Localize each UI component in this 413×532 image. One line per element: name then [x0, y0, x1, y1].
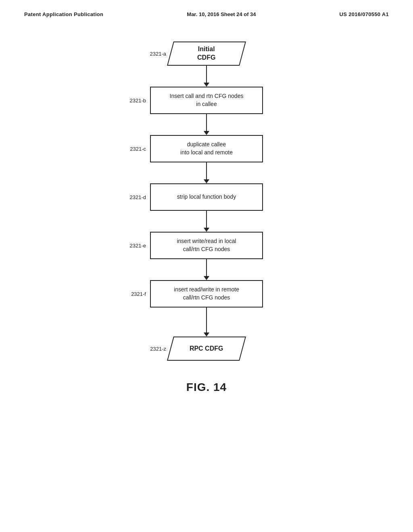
- figure-caption: FIG. 14: [0, 381, 413, 394]
- arrow-2-head: [204, 131, 209, 135]
- node-e-label: 2321-e: [98, 243, 146, 249]
- arrow-1-head: [204, 83, 209, 87]
- node-z-wrapper: 2321-z RPC CDFG: [170, 337, 243, 361]
- node-z-shape: RPC CDFG: [167, 337, 246, 361]
- node-a-wrapper: 2321-a InitialCDFG: [170, 42, 243, 66]
- node-d-shape: strip local function body: [150, 183, 263, 211]
- node-c-label: 2321-c: [98, 146, 146, 152]
- node-a-text: InitialCDFG: [197, 45, 215, 62]
- arrow-3-line: [206, 162, 207, 179]
- node-a-shape: InitialCDFG: [167, 42, 246, 66]
- node-b-label: 2321-b: [98, 98, 146, 104]
- header-right-text: US 2016/070550 A1: [340, 11, 389, 17]
- flowchart-diagram: 2321-a InitialCDFG 2321-b Insert call an…: [0, 42, 413, 361]
- node-e-text: insert write/read in localcall/rtn CFG n…: [173, 237, 240, 253]
- arrow-6-line: [206, 308, 207, 332]
- arrow-5-head: [204, 276, 209, 280]
- node-b-shape: Insert call and rtn CFG nodesin callee: [150, 87, 263, 114]
- arrow-6: [204, 308, 209, 337]
- node-z-text: RPC CDFG: [190, 345, 223, 353]
- node-f-text: insert read/write in remotecall/rtn CFG …: [170, 286, 243, 301]
- node-c-shape: duplicate calleeinto local and remote: [150, 135, 263, 162]
- header-center-text: Mar. 10, 2016 Sheet 24 of 34: [187, 11, 256, 17]
- header-left-text: Patent Application Publication: [24, 11, 103, 17]
- arrow-3-head: [204, 179, 209, 183]
- arrow-1-line: [206, 66, 207, 83]
- arrow-2: [204, 114, 209, 135]
- node-d-wrapper: 2321-d strip local function body: [150, 183, 263, 211]
- node-e-wrapper: 2321-e insert write/read in localcall/rt…: [150, 232, 263, 259]
- arrow-3: [204, 162, 209, 183]
- node-f-label: 2321-f: [98, 291, 146, 297]
- node-c-text: duplicate calleeinto local and remote: [176, 141, 237, 156]
- arrow-4-line: [206, 211, 207, 228]
- arrow-1: [204, 66, 209, 87]
- node-b-text: Insert call and rtn CFG nodesin callee: [166, 92, 248, 108]
- node-d-label: 2321-d: [98, 194, 146, 200]
- node-f-shape: insert read/write in remotecall/rtn CFG …: [150, 280, 263, 308]
- arrow-2-line: [206, 114, 207, 131]
- node-e-shape: insert write/read in localcall/rtn CFG n…: [150, 232, 263, 259]
- node-c-wrapper: 2321-c duplicate calleeinto local and re…: [150, 135, 263, 162]
- page-header: Patent Application Publication Mar. 10, …: [0, 0, 413, 17]
- arrow-5: [204, 259, 209, 280]
- arrow-6-head: [204, 332, 209, 337]
- arrow-5-line: [206, 259, 207, 276]
- arrow-4: [204, 211, 209, 232]
- node-z-label: 2321-z: [118, 346, 166, 352]
- node-b-wrapper: 2321-b Insert call and rtn CFG nodesin c…: [150, 87, 263, 114]
- node-a-label: 2321-a: [118, 51, 166, 57]
- arrow-4-head: [204, 228, 209, 232]
- node-f-wrapper: 2321-f insert read/write in remotecall/r…: [150, 280, 263, 308]
- node-d-text: strip local function body: [173, 193, 240, 201]
